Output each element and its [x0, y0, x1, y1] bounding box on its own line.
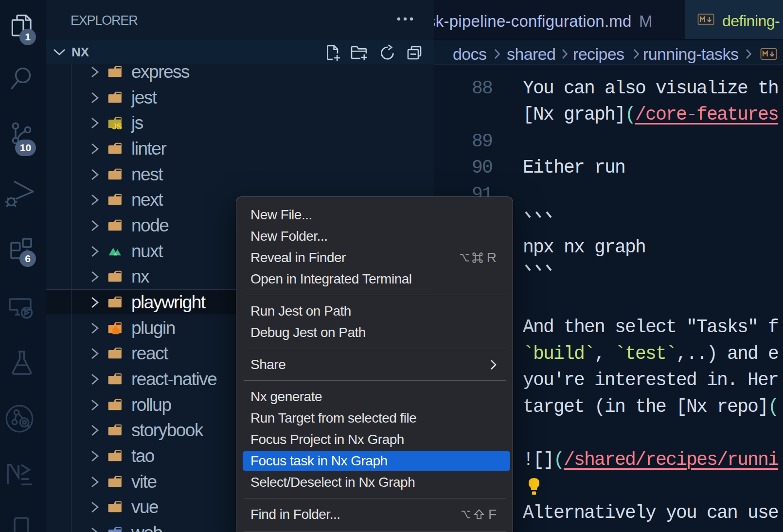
svg-text:JS: JS [112, 122, 122, 130]
